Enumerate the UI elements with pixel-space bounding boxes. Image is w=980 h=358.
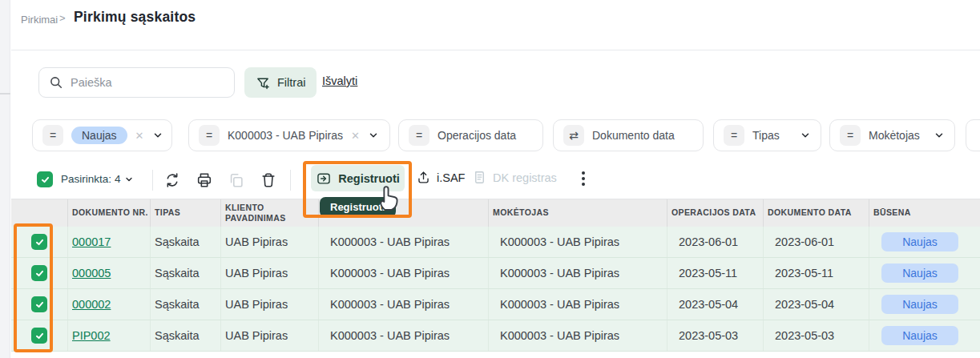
document-link[interactable]: 000017 <box>72 235 111 248</box>
upload-icon <box>416 170 431 185</box>
cell-tipas: Sąskaita <box>151 320 221 351</box>
equals-operator-icon: = <box>840 125 861 146</box>
table-row: 000005 Sąskaita UAB Pipiras K000003 - UA… <box>11 258 980 289</box>
cell-moketojas: K000003 - UAB Pipiras <box>489 258 667 288</box>
page: Pirkimai > Pirkimų sąskaitos Filtrai Išv… <box>0 0 980 358</box>
header-busena: BŪSENA <box>869 199 980 227</box>
invoices-table: DOKUMENTO NR. TIPAS KLIENTO PAVADINIMAS … <box>11 199 980 352</box>
row-checkbox[interactable] <box>31 265 47 281</box>
filter-placeholder-label: Tipas <box>752 129 780 142</box>
delete-button[interactable] <box>258 170 279 191</box>
clear-filters-link[interactable]: Išvalyti <box>322 74 357 87</box>
chevron-down-icon[interactable] <box>368 130 379 141</box>
filter-funnel-icon <box>256 75 271 91</box>
equals-operator-icon: = <box>409 125 430 146</box>
filter-placeholder-label: Dokumento data <box>592 129 675 142</box>
cell-col4: K000003 - UAB Pipiras <box>319 320 489 351</box>
cell-dokumento-data: 2023-05-04 <box>764 289 869 320</box>
sidebar-tick <box>0 93 10 95</box>
filter-placeholder-label: Operacijos data <box>438 129 516 142</box>
header-dokumento-nr: DOKUMENTO NR. <box>68 199 151 227</box>
toolbar-separator <box>152 170 153 191</box>
filter-value-label: K000003 - UAB Pipiras <box>228 129 343 142</box>
cell-tipas: Sąskaita <box>151 289 221 320</box>
toolbar-separator <box>290 170 291 191</box>
print-button[interactable] <box>194 170 215 191</box>
chevron-down-icon[interactable] <box>934 130 945 141</box>
header-moketojas: MOKĖTOJAS <box>489 199 667 227</box>
refresh-button[interactable] <box>162 170 183 191</box>
equals-operator-icon: = <box>199 125 220 146</box>
cell-operacijos-data: 2023-05-03 <box>667 320 764 351</box>
table-row: 000002 Sąskaita UAB Pipiras K000003 - UA… <box>11 289 980 320</box>
cell-col4: K000003 - UAB Pipiras <box>319 258 489 288</box>
status-badge: Naujas <box>881 232 958 251</box>
isaf-button-label: i.SAF <box>437 171 465 184</box>
isaf-export-button[interactable]: i.SAF <box>416 170 465 185</box>
cell-klientas: UAB Pipiras <box>221 227 319 257</box>
cell-tipas: Sąskaita <box>151 258 221 288</box>
row-checkbox[interactable] <box>31 234 47 250</box>
filter-chip-busena[interactable]: = Naujas ✕ <box>32 119 172 151</box>
header-dokumento-data: DOKUMENTO DATA <box>764 199 869 227</box>
filter-chip-tipas[interactable]: = Tipas <box>713 119 821 151</box>
breadcrumb-separator-icon: > <box>59 12 66 24</box>
filter-placeholder-label: Mokėtojas <box>869 129 920 142</box>
chip-remove-icon[interactable]: ✕ <box>351 130 360 142</box>
row-checkbox[interactable] <box>31 328 47 344</box>
status-badge: Naujas <box>881 263 958 283</box>
cell-operacijos-data: 2023-06-01 <box>667 227 764 257</box>
dk-registras-button-disabled: DK registras <box>472 170 557 185</box>
cell-col4: K000003 - UAB Pipiras <box>319 289 489 320</box>
header-checkbox-cell <box>11 199 68 227</box>
equals-operator-icon: = <box>724 125 744 146</box>
cell-moketojas: K000003 - UAB Pipiras <box>489 320 667 351</box>
cell-operacijos-data: 2023-05-11 <box>667 258 764 288</box>
table-header-row: DOKUMENTO NR. TIPAS KLIENTO PAVADINIMAS … <box>11 199 980 227</box>
table-row: PIP002 Sąskaita UAB Pipiras K000003 - UA… <box>11 320 980 352</box>
filters-button-label: Filtrai <box>277 76 305 89</box>
chevron-down-icon[interactable] <box>152 130 163 141</box>
range-operator-icon: ⇄ <box>563 125 584 146</box>
filter-value-pill: Naujas <box>71 127 127 144</box>
filter-chip-dokumento-data[interactable]: ⇄ Dokumento data <box>553 119 704 151</box>
search-input[interactable] <box>71 76 226 89</box>
cell-dokumento-data: 2023-05-11 <box>764 258 869 288</box>
breadcrumb-parent[interactable]: Pirkimai <box>21 14 58 26</box>
chevron-down-icon[interactable] <box>800 130 811 141</box>
selected-count: 4 <box>115 173 121 185</box>
table-row: 000017 Sąskaita UAB Pipiras K000003 - UA… <box>11 227 980 258</box>
cell-klientas: UAB Pipiras <box>221 289 319 320</box>
select-all-checkbox[interactable] <box>37 171 53 187</box>
dk-registras-label: DK registras <box>493 171 557 184</box>
cell-klientas: UAB Pipiras <box>221 320 319 351</box>
cell-tipas: Sąskaita <box>151 227 221 257</box>
cell-dokumento-data: 2023-06-01 <box>764 227 869 257</box>
cell-operacijos-data: 2023-05-04 <box>667 289 764 320</box>
row-checkbox[interactable] <box>31 296 47 312</box>
filter-chip-moketojas[interactable]: = Mokėtojas <box>829 119 955 151</box>
status-badge: Naujas <box>881 295 958 314</box>
cell-col4: K000003 - UAB Pipiras <box>319 227 489 257</box>
more-actions-menu[interactable] <box>582 171 585 186</box>
bulk-actions-toolbar: Pasirinkta: 4 Registruoti i. <box>0 164 980 198</box>
header-operacijos-data: OPERACIJOS DATA <box>667 199 764 227</box>
search-box <box>38 67 235 98</box>
copy-button-disabled <box>226 170 247 191</box>
filter-chip-klientas[interactable]: = K000003 - UAB Pipiras ✕ <box>188 119 390 151</box>
table-body: 000017 Sąskaita UAB Pipiras K000003 - UA… <box>11 227 980 352</box>
equals-operator-icon: = <box>42 125 63 146</box>
chip-remove-icon[interactable]: ✕ <box>135 130 144 142</box>
selected-count-dropdown[interactable]: Pasirinkta: 4 <box>61 173 134 185</box>
filter-chip-operacijos-data[interactable]: = Operacijos data <box>398 119 543 151</box>
search-icon <box>49 75 63 90</box>
cell-moketojas: K000003 - UAB Pipiras <box>489 227 667 257</box>
document-link[interactable]: 000002 <box>72 298 111 311</box>
document-link[interactable]: 000005 <box>72 267 111 280</box>
status-badge: Naujas <box>881 326 958 345</box>
cell-moketojas: K000003 - UAB Pipiras <box>489 289 667 320</box>
hand-cursor-icon <box>375 181 402 213</box>
filters-button[interactable]: Filtrai <box>244 67 317 98</box>
document-link[interactable]: PIP002 <box>72 329 111 342</box>
filter-chip-partial[interactable] <box>966 119 980 151</box>
